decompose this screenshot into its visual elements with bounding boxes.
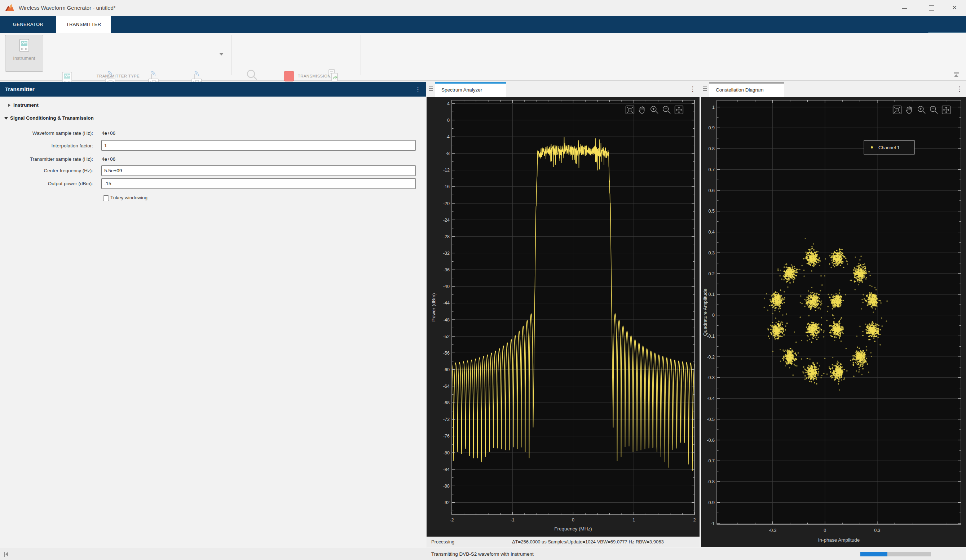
tab-spectrum-analyzer[interactable]: Spectrum Analyzer [435, 82, 506, 97]
constellation-plot: -0.300.310.90.80.70.60.50.40.30.20.10-0.… [701, 97, 966, 547]
app-status-bar: Transmitting DVB-S2 waveform with Instru… [0, 548, 966, 560]
svg-text:-12: -12 [443, 167, 450, 173]
transmission-section-label: TRANSMISSION [268, 74, 361, 78]
svg-text:0.8: 0.8 [708, 146, 715, 151]
output-power-input[interactable] [101, 178, 416, 189]
svg-text:0.7: 0.7 [708, 167, 715, 172]
transmitter-type-section-label: TRANSMITTER TYPE [5, 74, 231, 78]
svg-text:-0.3: -0.3 [769, 528, 777, 533]
transmitter-type-gallery-dropdown-icon[interactable] [219, 53, 223, 56]
svg-text:-60: -60 [443, 367, 450, 372]
ribbon-separator [268, 35, 268, 75]
svg-text:-0.5: -0.5 [707, 417, 715, 422]
wireless-waveform-generator-window: Wireless Waveform Generator - untitled* … [0, 0, 966, 560]
collapse-ribbon-icon[interactable] [953, 72, 959, 78]
fit-to-view-icon[interactable] [625, 105, 635, 115]
spectrum-panel-menu-icon[interactable]: ⋮ [690, 85, 696, 93]
svg-text:2: 2 [693, 517, 696, 522]
constellation-plot-toolbar [892, 105, 951, 115]
transmitter-panel-title: Transmitter [5, 82, 34, 97]
svg-text:1: 1 [632, 517, 635, 522]
svg-text:-20: -20 [443, 201, 450, 206]
constellation-panel: -0.300.310.90.80.70.60.50.40.30.20.10-0.… [701, 97, 966, 547]
transmitter-sample-rate-label: Transmitter sample rate (Hz): [15, 156, 93, 162]
svg-text:-40: -40 [443, 284, 450, 289]
svg-text:-0.7: -0.7 [707, 458, 715, 463]
svg-text:-8: -8 [446, 151, 450, 156]
window-title: Wireless Waveform Generator - untitled* [19, 0, 116, 16]
svg-text:0.9: 0.9 [708, 125, 715, 131]
svg-text:-32: -32 [443, 251, 450, 256]
svg-text:0.6: 0.6 [708, 188, 715, 193]
tab-generator[interactable]: GENERATOR [8, 16, 48, 33]
section-signal-conditioning-label: Signal Conditioning & Transmission [10, 115, 94, 121]
minimize-button[interactable] [893, 0, 916, 16]
svg-text:-44: -44 [443, 301, 450, 306]
svg-text:-84: -84 [443, 467, 450, 472]
zoom-out-icon[interactable] [662, 105, 672, 115]
close-button[interactable]: ✕ [943, 0, 966, 16]
svg-text:4: 4 [447, 101, 450, 106]
svg-text:-0.6: -0.6 [707, 438, 715, 443]
status-message: Transmitting DVB-S2 waveform with Instru… [431, 548, 534, 560]
svg-text:0.4: 0.4 [708, 229, 715, 234]
fit-to-view-icon[interactable] [892, 105, 902, 115]
svg-text:-0.4: -0.4 [707, 396, 715, 401]
svg-text:-1: -1 [711, 521, 715, 526]
drag-handle-icon[interactable] [429, 87, 433, 92]
transmitter-panel-body: Instrument Signal Conditioning & Transmi… [0, 97, 426, 548]
waveform-sample-rate-value: 4e+06 [102, 131, 115, 136]
drag-handle-icon[interactable] [703, 87, 707, 92]
spectrum-status-bar: Processing ΔT=256.0000 us Samples/Update… [427, 537, 700, 547]
svg-text:0: 0 [823, 528, 826, 533]
pan-hand-icon[interactable] [637, 105, 647, 115]
zoom-in-icon[interactable] [917, 105, 927, 115]
svg-text:-92: -92 [443, 500, 450, 505]
zoom-out-icon[interactable] [929, 105, 939, 115]
ribbon-separator [231, 35, 232, 75]
svg-text:-4: -4 [446, 134, 450, 139]
toolstrip-tab-bar: GENERATOR TRANSMITTER ? [0, 16, 966, 33]
output-power-label: Output power (dBm): [15, 181, 93, 186]
svg-text:Channel 1: Channel 1 [878, 145, 900, 150]
svg-text:-36: -36 [443, 267, 450, 272]
section-signal-conditioning[interactable]: Signal Conditioning & Transmission [4, 115, 156, 123]
svg-text:-2: -2 [450, 517, 453, 522]
section-instrument[interactable]: Instrument [8, 102, 116, 110]
maximize-button[interactable] [920, 0, 943, 16]
svg-text:0.1: 0.1 [708, 292, 715, 297]
svg-text:-0.8: -0.8 [707, 479, 715, 484]
svg-text:-52: -52 [443, 334, 450, 339]
spectrum-plot: -2-101240-4-8-12-16-20-24-28-32-36-40-44… [427, 97, 700, 537]
svg-text:-0.3: -0.3 [707, 375, 715, 380]
instrument-button-label: Instrument [5, 56, 43, 61]
pan-axes-icon[interactable] [674, 105, 684, 115]
zoom-in-icon[interactable] [649, 105, 659, 115]
center-frequency-label: Center frequency (Hz): [15, 168, 93, 174]
transmitter-sample-rate-value: 4e+06 [102, 156, 115, 162]
progress-bar [860, 552, 931, 557]
interpolation-factor-input[interactable] [101, 140, 416, 151]
spectrum-analyzer-tab-label: Spectrum Analyzer [441, 84, 482, 97]
svg-text:-0.1: -0.1 [707, 334, 715, 339]
interpolation-factor-label: Interpolation factor: [15, 143, 93, 149]
tab-transmitter[interactable]: TRANSMITTER [56, 16, 111, 33]
pan-axes-icon[interactable] [941, 105, 951, 115]
svg-text:0.3: 0.3 [874, 528, 880, 533]
center-frequency-input[interactable] [101, 165, 416, 176]
panel-menu-icon[interactable]: ⋮ [415, 86, 421, 93]
tukey-windowing-checkbox[interactable] [103, 195, 109, 201]
transmitter-type-instrument-button[interactable]: Instrument [5, 35, 43, 72]
matlab-logo-icon [5, 3, 15, 13]
svg-text:-0.9: -0.9 [707, 500, 715, 505]
svg-text:In-phase Amplitude: In-phase Amplitude [818, 537, 860, 543]
section-instrument-label: Instrument [13, 102, 39, 108]
constellation-panel-menu-icon[interactable]: ⋮ [956, 85, 963, 93]
pan-hand-icon[interactable] [904, 105, 914, 115]
svg-text:-76: -76 [443, 434, 450, 439]
svg-text:Quadrature Amplitude: Quadrature Amplitude [702, 289, 708, 336]
svg-text:0.2: 0.2 [708, 271, 715, 277]
collapse-panel-icon[interactable] [3, 551, 9, 557]
svg-text:-16: -16 [443, 184, 450, 189]
tab-constellation-diagram[interactable]: Constellation Diagram [709, 82, 784, 97]
